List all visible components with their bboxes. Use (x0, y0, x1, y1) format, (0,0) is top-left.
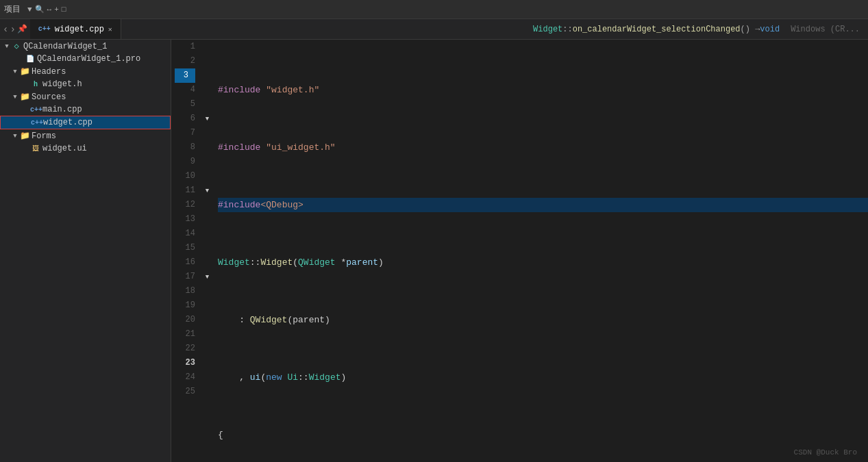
function-breadcrumb: Widget :: on_calendarWidget_selectionCha… (525, 19, 868, 39)
code-area: 1 2 3 4 5 6 7 8 9 10 11 12 13 14 15 16 1… (171, 40, 868, 462)
nav-forward[interactable]: › (10, 24, 15, 35)
fold-btn-9 (202, 155, 212, 169)
fold-btn-17[interactable]: ▼ (202, 270, 212, 284)
ln-7: 7 (175, 126, 195, 140)
code-line-3: #include<QDebug> (218, 198, 868, 212)
ln-19: 19 (175, 298, 195, 313)
function-class: Widget (533, 25, 562, 34)
folder-icon: 📁 (19, 66, 30, 77)
fold-btn-10 (202, 169, 212, 183)
ln-2: 2 (175, 54, 195, 68)
folder-icon: 📁 (19, 131, 30, 141)
fold-btn-11[interactable]: ▼ (202, 183, 212, 198)
fold-btn-22 (202, 342, 212, 356)
code-line-5: : QWidget(parent) (218, 313, 868, 327)
chevron-down-icon: ▼ (11, 133, 19, 140)
ln-22: 22 (175, 342, 195, 356)
toolbar-icon-sync[interactable]: ↔ (47, 5, 52, 14)
top-toolbar: 项目 ▼ 🔍 ↔ + □ (0, 0, 868, 19)
fold-btn-20 (202, 313, 212, 327)
tab-widget-cpp[interactable]: c++ widget.cpp ✕ (30, 19, 121, 39)
fold-btn-5 (202, 97, 212, 112)
ln-4: 4 (175, 83, 195, 97)
ln-1: 1 (175, 40, 195, 54)
tab-bar: ‹ › 📌 c++ widget.cpp ✕ Widget :: on_cale… (0, 19, 868, 40)
ln-24: 24 (175, 370, 195, 385)
fold-btn-6[interactable]: ▼ (202, 112, 212, 126)
fold-btn-23 (202, 356, 212, 370)
code-line-4: Widget::Widget(QWidget *parent) (218, 255, 868, 270)
folder-icon: 📁 (19, 92, 30, 102)
file-tree: ▼ ◇ QCalendarWidget_1 📄 QCalendarWidget_… (0, 40, 171, 462)
tab-close-icon[interactable]: ✕ (108, 25, 112, 34)
tree-item-forms-folder[interactable]: ▼ 📁 Forms (0, 129, 171, 142)
ln-8: 8 (175, 140, 195, 155)
tab-cpp-icon: c++ (38, 25, 51, 33)
ln-13: 13 (175, 212, 195, 227)
chevron-down-icon: ▼ (11, 94, 19, 101)
ln-10: 10 (175, 169, 195, 183)
code-line-7: { (218, 428, 868, 442)
fold-btn-15 (202, 241, 212, 255)
tree-item-sources-folder[interactable]: ▼ 📁 Sources (0, 90, 171, 103)
toolbar-icon-expand[interactable]: □ (62, 5, 66, 14)
fold-btn-24 (202, 370, 212, 385)
fold-btn-8 (202, 140, 212, 155)
code-line-2: #include "ui_widget.h" (218, 140, 868, 155)
ln-3: 3 (175, 68, 195, 83)
ln-9: 9 (175, 155, 195, 169)
widget-cpp-name: widget.cpp (43, 118, 92, 127)
tree-item-project[interactable]: ▼ ◇ QCalendarWidget_1 (0, 40, 171, 53)
ln-16: 16 (175, 255, 195, 270)
fold-btn-13 (202, 212, 212, 227)
fold-btn-7 (202, 126, 212, 140)
ln-23: 23 (175, 356, 195, 370)
toolbar-icon-filter[interactable]: ▼ (27, 5, 32, 14)
function-return: void (760, 25, 780, 34)
ln-15: 15 (175, 241, 195, 255)
ln-25: 25 (175, 385, 195, 399)
chevron-down-icon: ▼ (11, 68, 19, 75)
line-numbers: 1 2 3 4 5 6 7 8 9 10 11 12 13 14 15 16 1… (171, 40, 202, 462)
tree-item-widget-ui[interactable]: 🖼 widget.ui (0, 142, 171, 155)
nav-back[interactable]: ‹ (3, 24, 8, 35)
ln-12: 12 (175, 198, 195, 212)
ln-11: 11 (175, 183, 195, 198)
project-icon: ◇ (11, 41, 22, 51)
widget-h-name: widget.h (42, 79, 82, 89)
toolbar-icon-add[interactable]: + (54, 5, 59, 14)
ln-6: 6 (175, 112, 195, 126)
pro-file-icon: 📄 (25, 55, 36, 63)
tree-item-pro[interactable]: 📄 QCalendarWidget_1.pro (0, 53, 171, 65)
tree-item-widget-h[interactable]: h widget.h (0, 78, 171, 90)
tree-item-main-cpp[interactable]: c++ main.cpp (0, 103, 171, 116)
main-cpp-name: main.cpp (42, 105, 82, 114)
ln-14: 14 (175, 227, 195, 241)
ln-18: 18 (175, 284, 195, 298)
ln-21: 21 (175, 327, 195, 342)
watermark: CSDN @Duck Bro (794, 448, 857, 457)
fold-btn-16 (202, 255, 212, 270)
ln-5: 5 (175, 97, 195, 112)
nav-pin[interactable]: 📌 (17, 24, 27, 34)
fold-gutter: ▼ ▼ ▼ (202, 40, 212, 462)
chevron-down-icon: ▼ (3, 43, 11, 50)
toolbar-title: 项目 (4, 3, 21, 15)
ui-file-icon: 🖼 (30, 144, 41, 153)
fold-btn-4 (202, 83, 212, 97)
code-line-6: , ui(new Ui::Widget) (218, 370, 868, 385)
fold-btn-19 (202, 298, 212, 313)
ln-17: 17 (175, 270, 195, 284)
toolbar-icon-search[interactable]: 🔍 (35, 5, 45, 14)
fold-btn-12 (202, 198, 212, 212)
tree-item-widget-cpp[interactable]: c++ widget.cpp (0, 116, 171, 129)
cpp-file-icon: c++ (30, 106, 41, 114)
headers-folder-name: Headers (32, 67, 66, 77)
fold-btn-14 (202, 227, 212, 241)
code-editor[interactable]: 1 2 3 4 5 6 7 8 9 10 11 12 13 14 15 16 1… (171, 40, 868, 462)
code-line-1: #include "widget.h" (218, 83, 868, 97)
code-lines: #include "widget.h" #include "ui_widget.… (212, 40, 868, 462)
tree-item-headers-folder[interactable]: ▼ 📁 Headers (0, 65, 171, 78)
fold-btn-2 (202, 54, 212, 68)
widget-ui-name: widget.ui (42, 144, 87, 153)
